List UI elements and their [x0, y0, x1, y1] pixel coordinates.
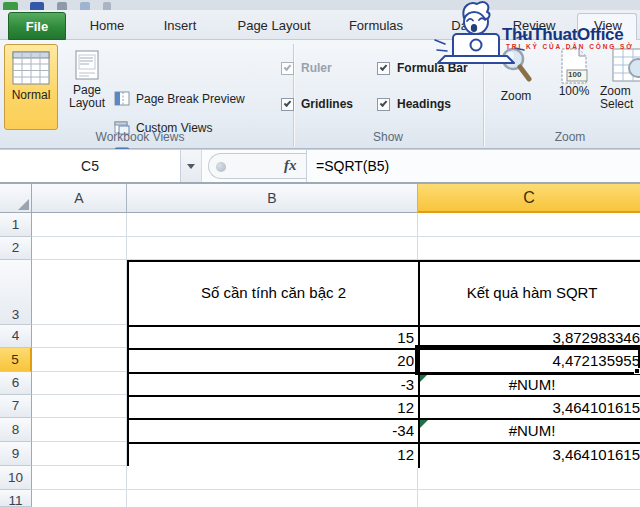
row-header-5[interactable]: 5: [0, 348, 32, 372]
tab-formulas[interactable]: Formulas: [342, 12, 410, 40]
column-header-a[interactable]: A: [32, 184, 127, 213]
cell-c7[interactable]: 3,464101615: [420, 397, 640, 420]
check-icon: [284, 63, 292, 71]
ribbon: Normal Page Layout Page Break Preview: [0, 40, 640, 149]
zoom-button-label: Zoom: [490, 89, 542, 103]
normal-view-icon: [12, 51, 50, 85]
column-header-b[interactable]: B: [127, 184, 418, 213]
redo-icon[interactable]: [80, 2, 90, 10]
check-icon: [380, 99, 388, 107]
fill-handle[interactable]: [634, 368, 640, 374]
cell-b6[interactable]: -3: [129, 374, 420, 397]
chevron-down-icon: [187, 164, 195, 169]
row-header-6[interactable]: 6: [0, 372, 32, 395]
ruler-checkbox[interactable]: [281, 62, 294, 75]
row-header-11[interactable]: 11: [0, 490, 32, 507]
group-divider: [293, 44, 294, 146]
headings-checkbox[interactable]: [377, 98, 390, 111]
tab-page-layout[interactable]: Page Layout: [230, 12, 318, 40]
zoom-100-button[interactable]: 100 100%: [552, 48, 596, 98]
show-group-label: Show: [313, 130, 463, 145]
tab-home[interactable]: Home: [82, 12, 132, 40]
headings-label: Headings: [397, 95, 451, 114]
undo-icon[interactable]: [57, 2, 67, 10]
row-header-7[interactable]: 7: [0, 395, 32, 418]
cell-c9[interactable]: 3,464101615: [420, 444, 640, 468]
cell-b3[interactable]: Số cần tính căn bậc 2: [129, 262, 420, 327]
row-header-2[interactable]: 2: [0, 237, 32, 260]
zoom-100-label: 100%: [552, 84, 596, 98]
zoom-to-selection-icon: [612, 48, 640, 82]
collapse-dot-icon: [216, 162, 226, 172]
row-header-9[interactable]: 9: [0, 442, 32, 466]
row-header-3[interactable]: 3: [0, 260, 32, 325]
row-header-10[interactable]: 10: [0, 466, 32, 490]
tab-review[interactable]: Review: [508, 12, 560, 40]
formula-separator: [306, 150, 307, 182]
check-icon: [380, 63, 388, 71]
page-layout-view-label: Page Layout: [60, 82, 114, 110]
cell-b8[interactable]: -34: [129, 420, 420, 444]
tab-insert[interactable]: Insert: [156, 12, 204, 40]
page-break-preview-label: Page Break Preview: [136, 89, 245, 109]
excel-logo-icon: [3, 2, 18, 10]
normal-view-button[interactable]: Normal: [4, 44, 58, 130]
zoom-icon: [498, 46, 534, 86]
page-layout-view-button[interactable]: Page Layout: [60, 44, 114, 130]
select-all-corner[interactable]: [0, 184, 32, 213]
formula-bar-divider: fx: [208, 153, 306, 179]
row-header-1[interactable]: 1: [0, 213, 32, 237]
normal-view-label: Normal: [5, 87, 57, 102]
cell-b4[interactable]: 15: [129, 327, 420, 350]
gridlines-checkbox[interactable]: [281, 98, 294, 111]
cell-c6[interactable]: #NUM!: [420, 374, 640, 397]
check-icon: [284, 99, 292, 107]
error-flag-icon: [420, 420, 428, 428]
page-layout-view-icon: [74, 50, 100, 80]
tab-view[interactable]: View: [588, 12, 628, 40]
formula-bar-checkbox[interactable]: [377, 62, 390, 75]
tab-data[interactable]: Data: [444, 12, 486, 40]
formula-bar-label: Formula Bar: [397, 59, 468, 78]
cell-c8[interactable]: #NUM!: [420, 420, 640, 444]
workbook-views-group-label: Workbook Views: [55, 130, 225, 145]
page-100-badge: 100: [568, 70, 581, 79]
page-break-preview-icon: [114, 91, 130, 106]
insert-function-icon[interactable]: fx: [284, 157, 297, 174]
zoom-to-selection-label-2: Select: [600, 98, 640, 111]
select-all-icon: [18, 199, 29, 210]
gridline: [32, 489, 640, 490]
error-flag-icon: [420, 374, 428, 382]
column-header-c[interactable]: C: [418, 184, 640, 213]
formula-input[interactable]: =SQRT(B5): [316, 150, 389, 182]
ribbon-tab-bar: File Home Insert Page Layout Formulas Da…: [0, 10, 640, 40]
row-header-8[interactable]: 8: [0, 418, 32, 442]
formula-bar: C5 fx =SQRT(B5): [0, 149, 640, 184]
worksheet: A B C 1 2 3 4 5 6 7 8 9 10 11 Số cần tín…: [0, 184, 640, 507]
ruler-label: Ruler: [301, 59, 332, 78]
name-box[interactable]: C5: [0, 150, 181, 182]
save-icon[interactable]: [30, 2, 44, 10]
qat-dropdown-icon[interactable]: [103, 2, 111, 10]
cell-b7[interactable]: 12: [129, 397, 420, 420]
zoom-to-selection-button[interactable]: Zoom Select: [600, 48, 640, 111]
tab-file[interactable]: File: [8, 12, 66, 40]
active-cell-selection[interactable]: [415, 345, 640, 375]
row-header-4[interactable]: 4: [0, 325, 32, 348]
quick-access-toolbar: [0, 0, 640, 10]
page-break-preview-button[interactable]: Page Break Preview: [114, 89, 290, 109]
zoom-button[interactable]: Zoom: [490, 46, 542, 103]
zoom-group-label: Zoom: [500, 130, 640, 145]
cell-b9[interactable]: 12: [129, 444, 420, 468]
name-box-dropdown[interactable]: [181, 150, 202, 182]
cell-b5[interactable]: 20: [129, 350, 420, 374]
group-divider: [483, 44, 484, 146]
gridline: [32, 236, 640, 237]
gridlines-label: Gridlines: [301, 95, 353, 114]
cell-c3[interactable]: Kết quả hàm SQRT: [420, 262, 640, 327]
excel-window: File Home Insert Page Layout Formulas Da…: [0, 0, 640, 507]
